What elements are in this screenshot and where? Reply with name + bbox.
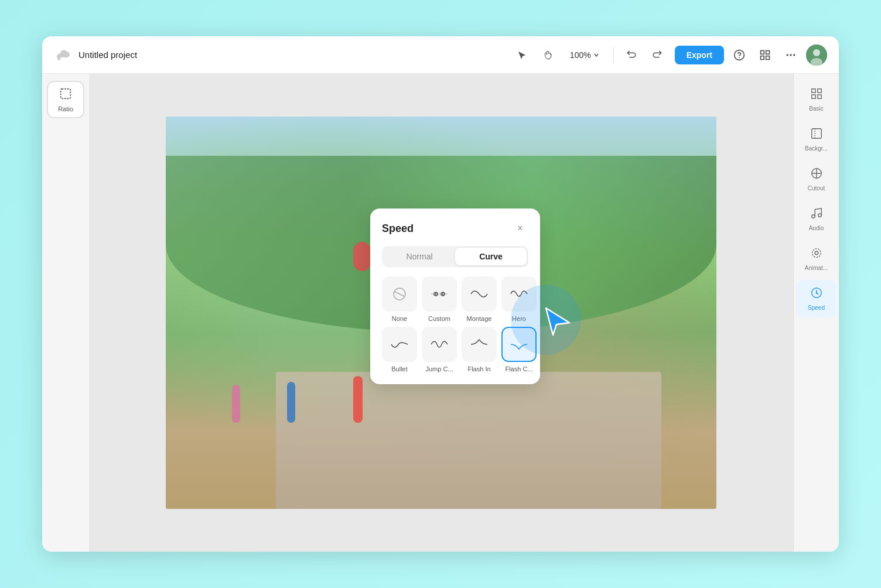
popup-close-button[interactable]: × bbox=[512, 220, 528, 237]
audio-icon bbox=[810, 207, 823, 223]
left-sidebar: Ratio bbox=[42, 74, 89, 552]
speed-icon-box-none bbox=[382, 276, 417, 312]
speed-item-label-hero: Hero bbox=[512, 315, 526, 322]
right-item-cutout[interactable]: Cutout bbox=[797, 160, 836, 198]
tab-curve[interactable]: Curve bbox=[455, 248, 527, 265]
svg-point-5 bbox=[787, 54, 788, 56]
svg-point-6 bbox=[790, 54, 791, 56]
speed-icon-box-bullet bbox=[382, 327, 417, 362]
svg-rect-20 bbox=[817, 88, 821, 92]
svg-rect-21 bbox=[811, 94, 815, 98]
header-right: Export bbox=[675, 45, 827, 66]
svg-point-7 bbox=[793, 54, 795, 56]
hand-tool-button[interactable] bbox=[537, 45, 558, 66]
speed-icon-box-montage bbox=[462, 276, 497, 312]
speed-item-flash-out[interactable]: Flash C... bbox=[501, 327, 537, 372]
layers-button[interactable] bbox=[754, 45, 776, 66]
speed-popup: Speed × Normal Curve bbox=[370, 208, 540, 384]
speed-item-label-bullet: Bullet bbox=[391, 365, 408, 372]
cloud-icon bbox=[54, 46, 73, 64]
export-button[interactable]: Export bbox=[675, 46, 724, 64]
header: Untitled project 100% Ex bbox=[42, 36, 839, 74]
main-area: Ratio Speed × bbox=[42, 74, 839, 552]
speed-item-label-custom: Custom bbox=[428, 315, 450, 322]
ratio-icon bbox=[59, 87, 72, 103]
svg-line-13 bbox=[395, 292, 404, 296]
speed-icon-box-jump-cut bbox=[422, 327, 457, 362]
audio-label: Audio bbox=[809, 225, 824, 232]
svg-point-9 bbox=[813, 49, 820, 56]
svg-rect-11 bbox=[61, 88, 71, 98]
right-item-background[interactable]: Backgr... bbox=[797, 121, 836, 158]
speed-icon-box-hero bbox=[501, 276, 537, 312]
svg-point-28 bbox=[812, 248, 821, 257]
tabs-row: Normal Curve bbox=[382, 246, 528, 267]
undo-button[interactable] bbox=[621, 45, 642, 66]
speed-icon-box-flash-in bbox=[462, 327, 497, 362]
svg-point-25 bbox=[811, 214, 815, 218]
speed-grid: None Custom bbox=[382, 276, 528, 372]
speed-item-label-flash-in: Flash In bbox=[467, 365, 490, 372]
speed-item-jump-cut[interactable]: Jump C... bbox=[422, 327, 457, 372]
avatar[interactable] bbox=[806, 45, 827, 66]
background-icon bbox=[810, 127, 823, 143]
svg-point-30 bbox=[816, 292, 817, 293]
canvas-area[interactable]: Speed × Normal Curve bbox=[89, 74, 793, 552]
svg-rect-23 bbox=[811, 128, 821, 138]
svg-rect-19 bbox=[811, 88, 815, 92]
cutout-label: Cutout bbox=[808, 185, 825, 192]
help-button[interactable] bbox=[729, 45, 750, 66]
right-item-basic[interactable]: Basic bbox=[797, 81, 836, 118]
ratio-label: Ratio bbox=[58, 105, 73, 112]
speed-item-custom[interactable]: Custom bbox=[422, 276, 457, 322]
speed-item-label-flash-out: Flash C... bbox=[505, 365, 532, 372]
animate-label: Animat... bbox=[805, 265, 828, 272]
redo-button[interactable] bbox=[647, 45, 668, 66]
basic-icon bbox=[810, 87, 823, 103]
speed-item-label-montage: Montage bbox=[467, 315, 492, 322]
speed-item-none[interactable]: None bbox=[382, 276, 417, 322]
right-sidebar: Basic Backgr... bbox=[793, 74, 839, 552]
background-label: Backgr... bbox=[805, 145, 828, 152]
right-item-animate[interactable]: Animat... bbox=[797, 240, 836, 278]
app-window: Untitled project 100% Ex bbox=[42, 36, 839, 552]
header-left: Untitled project bbox=[54, 46, 504, 64]
project-title: Untitled project bbox=[78, 50, 137, 60]
speed-icon bbox=[810, 286, 823, 302]
ratio-button[interactable]: Ratio bbox=[47, 81, 84, 118]
svg-point-27 bbox=[815, 251, 818, 255]
basic-label: Basic bbox=[809, 105, 823, 112]
tab-normal[interactable]: Normal bbox=[384, 248, 455, 265]
right-item-speed[interactable]: Speed bbox=[797, 280, 836, 317]
svg-rect-22 bbox=[817, 94, 821, 98]
header-center: 100% bbox=[511, 45, 668, 66]
popup-title: Speed bbox=[382, 223, 414, 235]
speed-icon-box-custom bbox=[422, 276, 457, 312]
speed-item-hero[interactable]: Hero bbox=[501, 276, 537, 322]
svg-rect-3 bbox=[761, 56, 764, 59]
more-button[interactable] bbox=[780, 45, 801, 66]
cutout-icon bbox=[810, 167, 823, 183]
zoom-control[interactable]: 100% bbox=[563, 47, 606, 63]
right-item-audio[interactable]: Audio bbox=[797, 200, 836, 238]
speed-item-flash-in[interactable]: Flash In bbox=[462, 327, 497, 372]
select-tool-button[interactable] bbox=[511, 45, 532, 66]
speed-label: Speed bbox=[808, 305, 825, 312]
divider bbox=[613, 47, 614, 63]
animate-icon bbox=[810, 247, 823, 262]
speed-item-label-none: None bbox=[392, 315, 407, 322]
svg-point-26 bbox=[818, 213, 821, 217]
svg-rect-4 bbox=[766, 56, 770, 59]
speed-item-label-jump-cut: Jump C... bbox=[425, 365, 453, 372]
svg-rect-1 bbox=[761, 50, 764, 54]
speed-icon-box-flash-out bbox=[501, 327, 537, 362]
speed-item-bullet[interactable]: Bullet bbox=[382, 327, 417, 372]
popup-header: Speed × bbox=[382, 220, 528, 237]
speed-item-montage[interactable]: Montage bbox=[462, 276, 497, 322]
svg-rect-2 bbox=[766, 50, 770, 54]
